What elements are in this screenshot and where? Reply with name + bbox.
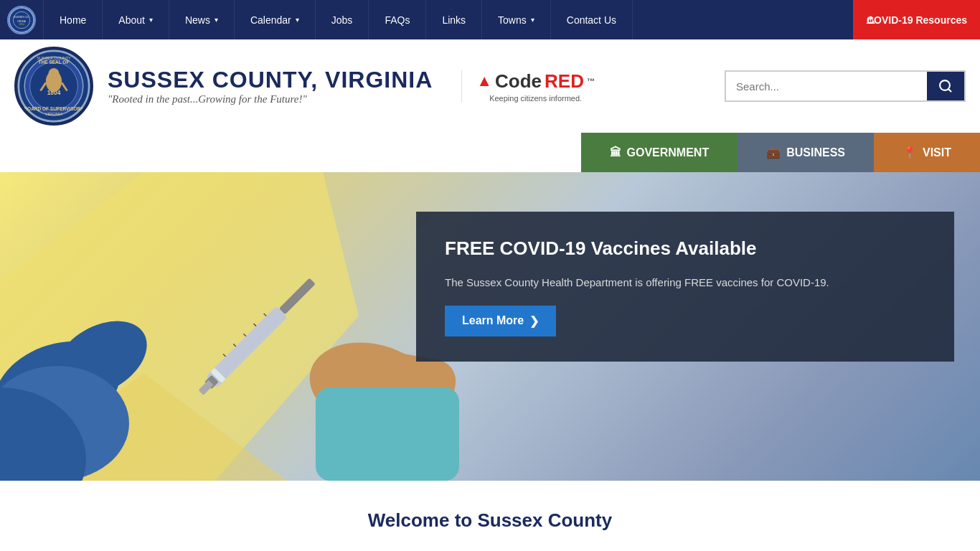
site-header: THE SEAL OF BOARD OF SUPERVISORS 1804 SU…: [0, 39, 980, 133]
header-title-area: SUSSEX COUNTY, VIRGINIA "Rooted in the p…: [108, 67, 433, 105]
government-button[interactable]: 🏛 GOVERNMENT: [581, 133, 738, 172]
top-navigation: SUSSEX CO. VIRGINIA 1804 Home About ▾ Ne…: [0, 0, 980, 39]
learn-more-button[interactable]: Learn More ❯: [445, 306, 556, 336]
government-icon: 🏛: [610, 146, 621, 159]
nav-item-home[interactable]: Home: [44, 0, 103, 39]
svg-point-12: [49, 68, 60, 79]
site-logo: THE SEAL OF BOARD OF SUPERVISORS 1804 SU…: [14, 47, 93, 126]
chevron-down-icon: ▾: [531, 16, 534, 24]
nav-logo-circle: SUSSEX CO. VIRGINIA 1804: [7, 6, 36, 34]
vaccine-illustration: [0, 172, 473, 481]
search-area: [725, 70, 966, 102]
svg-text:1804: 1804: [19, 23, 24, 26]
business-icon: 💼: [766, 146, 781, 159]
code-red-widget: ▲ Code RED ™ Keeping citizens informed.: [461, 70, 595, 103]
search-input[interactable]: [726, 72, 927, 100]
svg-text:VIRGINIA: VIRGINIA: [45, 112, 63, 116]
business-button[interactable]: 💼 BUSINESS: [738, 133, 874, 172]
code-red-logo: ▲ Code RED ™: [476, 70, 595, 93]
nav-item-about[interactable]: About ▾: [103, 0, 169, 39]
chevron-down-icon: ▾: [215, 16, 218, 24]
search-button[interactable]: [927, 72, 964, 100]
nav-item-contact[interactable]: Contact Us: [551, 0, 633, 39]
section-buttons: 🏛 GOVERNMENT 💼 BUSINESS 📍 VISIT: [0, 133, 980, 172]
triangle-icon: ▲: [476, 72, 492, 90]
nav-item-news[interactable]: News ▾: [169, 0, 235, 39]
svg-text:SUSSEX COUNTY: SUSSEX COUNTY: [37, 56, 71, 60]
visit-button[interactable]: 📍 VISIT: [874, 133, 980, 172]
covid-resources-button[interactable]: ⚠ COVID-19 Resources: [853, 0, 980, 39]
nav-logo: SUSSEX CO. VIRGINIA 1804: [0, 0, 44, 39]
county-seal: THE SEAL OF BOARD OF SUPERVISORS 1804 SU…: [14, 47, 93, 126]
nav-item-faqs[interactable]: FAQs: [369, 0, 426, 39]
hero-title: FREE COVID-19 Vaccines Available: [445, 237, 925, 261]
arrow-right-icon: ❯: [529, 314, 539, 328]
nav-item-towns[interactable]: Towns ▾: [482, 0, 551, 39]
location-icon: 📍: [903, 146, 917, 159]
hero-description: The Sussex County Health Department is o…: [445, 274, 925, 291]
svg-text:VIRGINIA: VIRGINIA: [17, 19, 26, 22]
hero-section: FREE COVID-19 Vaccines Available The Sus…: [0, 172, 980, 481]
svg-text:THE SEAL OF: THE SEAL OF: [39, 60, 70, 65]
svg-text:SUSSEX CO.: SUSSEX CO.: [14, 16, 29, 19]
hero-content-overlay: FREE COVID-19 Vaccines Available The Sus…: [416, 212, 954, 362]
county-tagline: "Rooted in the past...Growing for the Fu…: [108, 93, 433, 105]
welcome-title: Welcome to Sussex County: [14, 509, 966, 532]
nav-item-links[interactable]: Links: [426, 0, 482, 39]
svg-rect-25: [316, 387, 459, 481]
svg-text:BOARD OF SUPERVISORS: BOARD OF SUPERVISORS: [24, 106, 84, 111]
nav-item-calendar[interactable]: Calendar ▾: [235, 0, 316, 39]
chevron-down-icon: ▾: [149, 16, 153, 24]
welcome-section: Welcome to Sussex County: [0, 481, 980, 546]
chevron-down-icon: ▾: [296, 16, 299, 24]
county-title: SUSSEX COUNTY, VIRGINIA: [108, 67, 433, 93]
code-red-subtitle: Keeping citizens informed.: [489, 94, 582, 103]
nav-item-jobs[interactable]: Jobs: [316, 0, 369, 39]
search-icon: [938, 79, 953, 93]
nav-items-list: Home About ▾ News ▾ Calendar ▾ Jobs FAQs…: [44, 0, 853, 39]
